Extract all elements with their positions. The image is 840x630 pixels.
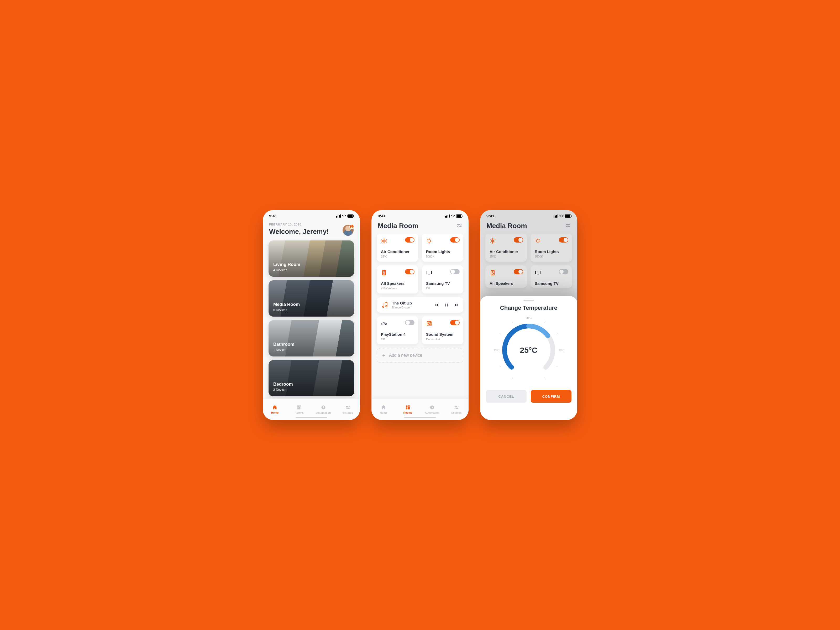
nav-automation[interactable]: Automation (316, 404, 331, 414)
track-artist: Blanco Brown (392, 306, 431, 309)
nav-automation[interactable]: Automation (424, 404, 440, 414)
notification-badge: 2 (349, 224, 354, 229)
tv-icon (426, 270, 432, 276)
svg-point-57 (457, 406, 458, 407)
nav-home[interactable]: Home (376, 404, 392, 414)
nav-rooms[interactable]: Rooms (291, 404, 307, 414)
add-device-label: Add a new device (389, 353, 422, 358)
change-temperature-modal: Change Temperature (480, 296, 577, 420)
device-name: Air Conditioner (381, 249, 414, 254)
next-track-icon[interactable] (455, 303, 459, 307)
lightbulb-icon (426, 238, 432, 244)
home-indicator[interactable] (404, 417, 436, 418)
cancel-button[interactable]: CANCEL (486, 390, 527, 403)
rooms-list: Living Room 4 Devices Media Room 6 Devic… (263, 239, 360, 398)
svg-rect-2 (299, 407, 300, 409)
room-card-living-room[interactable]: Living Room 4 Devices (268, 240, 354, 277)
welcome-title: Welcome, Jeremy! (269, 227, 329, 236)
temperature-modal-screen: 9:41 Media Room Air Conditioner 25°C (480, 210, 577, 420)
svg-rect-53 (409, 407, 410, 409)
device-status: Off (381, 338, 414, 341)
svg-rect-56 (455, 408, 458, 409)
device-toggle[interactable] (450, 320, 459, 325)
room-devices: 6 Devices (273, 308, 300, 312)
svg-rect-49 (406, 406, 407, 408)
battery-icon (456, 215, 462, 218)
drag-handle[interactable] (523, 300, 534, 301)
home-icon (272, 404, 278, 410)
nav-home[interactable]: Home (267, 404, 283, 414)
temperature-value: 25°C (494, 316, 563, 384)
svg-point-45 (429, 324, 430, 325)
svg-rect-55 (455, 406, 458, 407)
device-samsung-tv[interactable]: Samsung TV Off (422, 265, 463, 294)
svg-point-11 (459, 224, 461, 225)
prev-track-icon[interactable] (434, 303, 439, 307)
nav-label: Settings (343, 411, 353, 414)
now-playing-card[interactable]: The Git Up Blanco Brown (377, 297, 463, 313)
device-sound-system[interactable]: Sound System Connected (422, 316, 463, 344)
nav-label: Automation (425, 411, 439, 414)
svg-rect-51 (408, 407, 409, 409)
avatar-button[interactable]: 2 (343, 225, 354, 236)
confirm-button[interactable]: CONFIRM (531, 390, 572, 403)
device-status: 5000K (426, 255, 459, 258)
room-devices: 3 Devices (273, 388, 293, 392)
settings-icon (345, 404, 351, 410)
room-card-bathroom[interactable]: Bathroom 1 Device (268, 320, 354, 357)
svg-point-25 (383, 273, 385, 274)
nav-label: Rooms (403, 411, 412, 414)
device-playstation-4[interactable]: PlayStation 4 Off (377, 316, 418, 344)
device-air-conditioner[interactable]: Air Conditioner 25°C (377, 234, 418, 262)
device-name: PlayStation 4 (381, 332, 414, 336)
device-toggle[interactable] (405, 320, 414, 325)
device-toggle[interactable] (405, 269, 414, 274)
device-grid: Air Conditioner 25°C Room Lights 5000K A… (371, 234, 469, 363)
status-bar: 9:41 (371, 210, 469, 219)
status-icons (445, 215, 462, 218)
nav-label: Home (380, 411, 387, 414)
header: FEBRUARY 13, 2020 Welcome, Jeremy! 2 (263, 219, 360, 239)
nav-settings[interactable]: Settings (448, 404, 464, 414)
device-room-lights[interactable]: Room Lights 5000K (422, 234, 463, 262)
signal-icon (336, 215, 341, 218)
device-status: 75% Volume (381, 287, 414, 290)
clock: 9:41 (269, 214, 277, 218)
svg-point-17 (428, 240, 431, 242)
nav-label: Settings (451, 411, 461, 414)
room-name: Bathroom (273, 342, 294, 347)
nav-label: Rooms (295, 411, 304, 414)
speaker-icon (381, 270, 387, 276)
room-name: Living Room (273, 262, 300, 267)
device-toggle[interactable] (450, 269, 459, 274)
device-all-speakers[interactable]: All Speakers 75% Volume (377, 265, 418, 294)
add-device-button[interactable]: Add a new device (377, 348, 463, 363)
nav-rooms[interactable]: Rooms (400, 404, 416, 414)
music-note-icon (381, 302, 388, 308)
room-card-media-room[interactable]: Media Room 6 Devices (268, 280, 354, 317)
svg-point-44 (428, 323, 429, 324)
temperature-dial[interactable]: 20°C 10°C 30°C 25°C (494, 316, 563, 384)
rooms-icon (405, 404, 411, 410)
home-indicator[interactable] (295, 417, 327, 418)
clock-icon (429, 404, 435, 410)
device-name: Sound System (426, 332, 459, 336)
device-status: Off (426, 287, 459, 290)
device-toggle[interactable] (450, 237, 459, 243)
room-header: Media Room (371, 219, 469, 234)
sliders-icon[interactable] (456, 223, 462, 229)
device-toggle[interactable] (405, 237, 414, 243)
equalizer-icon (426, 321, 432, 327)
pause-icon[interactable] (444, 303, 448, 307)
room-devices: 1 Device (273, 348, 294, 352)
battery-icon (347, 215, 354, 218)
room-card-bedroom[interactable]: Bedroom 3 Devices (268, 360, 354, 396)
device-name: Room Lights (426, 249, 459, 254)
room-devices: 4 Devices (273, 268, 300, 272)
nav-settings[interactable]: Settings (340, 404, 356, 414)
svg-rect-50 (408, 406, 410, 407)
home-screen: 9:41 FEBRUARY 13, 2020 Welcome, Jeremy! … (263, 210, 360, 420)
wifi-icon (451, 215, 455, 218)
svg-point-46 (430, 323, 431, 324)
svg-rect-31 (445, 303, 446, 306)
